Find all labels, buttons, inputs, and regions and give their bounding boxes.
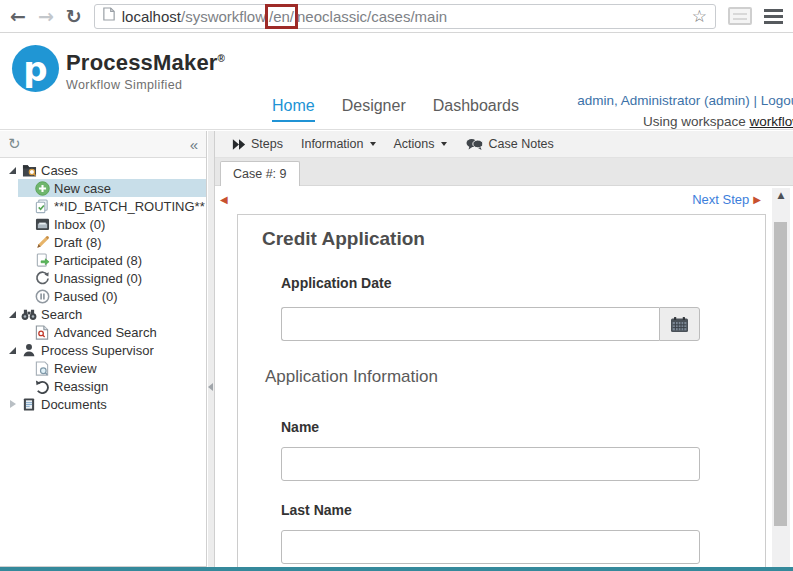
toolbar-button[interactable]: Case Notes bbox=[458, 134, 561, 154]
form-scrollbar[interactable]: ▲ bbox=[772, 188, 790, 567]
caret-down-icon bbox=[370, 142, 376, 146]
brand: ProcessMaker® Workflow Simplified bbox=[66, 50, 225, 92]
tree-item-label: Paused (0) bbox=[54, 289, 118, 304]
tree-item-label: New case bbox=[54, 181, 111, 196]
toolbar-button-label: Steps bbox=[251, 137, 283, 151]
date-picker-button[interactable] bbox=[659, 307, 700, 341]
supervisor-icon bbox=[20, 342, 38, 358]
browser-chrome: ← → ↻ localhost/sysworkflow/en/neoclassi… bbox=[0, 0, 793, 33]
tree-item[interactable]: Process Supervisor bbox=[0, 341, 206, 359]
tree-item-label: Cases bbox=[41, 163, 78, 178]
name-input[interactable] bbox=[281, 447, 700, 481]
sidebar-toolbar: ↻ « bbox=[0, 131, 206, 158]
tree-item[interactable]: **ID_BATCH_ROUTING** (0) bbox=[18, 197, 206, 215]
expander-icon[interactable] bbox=[7, 164, 20, 176]
nav-item-label: Dashboards bbox=[433, 97, 519, 114]
forward-icon[interactable]: → bbox=[38, 7, 54, 26]
address-bar[interactable]: localhost/sysworkflow/en/neoclassic/case… bbox=[94, 4, 716, 29]
toolbar-button[interactable]: Actions bbox=[387, 134, 454, 154]
expander-icon[interactable] bbox=[7, 308, 20, 320]
nav-row-1: Home Designer Dashboards bbox=[272, 97, 532, 122]
lastname-input[interactable] bbox=[281, 530, 700, 564]
tree-item[interactable]: Search bbox=[0, 305, 206, 323]
application-date-group bbox=[281, 307, 700, 341]
toolbar-button-label: Information bbox=[301, 137, 364, 151]
unassigned-icon bbox=[33, 270, 51, 286]
name-label: Name bbox=[281, 419, 319, 435]
tree-item[interactable]: Draft (8) bbox=[18, 233, 206, 251]
url-highlight-box: /en/ bbox=[265, 4, 298, 29]
tab-label: Case #: 9 bbox=[233, 167, 287, 181]
brand-name-text: ProcessMaker bbox=[66, 50, 218, 75]
logout-link[interactable]: Logout bbox=[761, 93, 793, 108]
toolbar-button[interactable]: Information bbox=[294, 134, 383, 154]
tree-item-label: Process Supervisor bbox=[41, 343, 154, 358]
brand-name: ProcessMaker® bbox=[66, 50, 225, 76]
nav-item[interactable]: Designer bbox=[342, 97, 406, 122]
steps-icon bbox=[232, 139, 246, 150]
brand-tagline: Workflow Simplified bbox=[66, 78, 225, 92]
tree-item-label: Documents bbox=[41, 397, 107, 412]
cases-tree: Cases New case **ID_BATCH_ROUTING** (0) … bbox=[0, 158, 206, 413]
refresh-icon[interactable]: ↻ bbox=[8, 135, 21, 153]
user-line: admin, Administrator (admin) | Logout bbox=[562, 90, 793, 111]
next-step-arrow-icon: ▶ bbox=[753, 194, 761, 205]
expander-icon[interactable] bbox=[7, 398, 20, 410]
toolbar-button-label: Actions bbox=[394, 137, 435, 151]
expander-icon[interactable] bbox=[7, 344, 20, 356]
toolbar-button[interactable]: Steps bbox=[225, 134, 290, 154]
tree-item[interactable]: New case bbox=[18, 179, 206, 197]
nav-item[interactable]: Home bbox=[272, 97, 315, 122]
next-step-label: Next Step bbox=[692, 192, 749, 207]
nav-item-label: Designer bbox=[342, 97, 406, 114]
url-path-pre: /sysworkflow bbox=[181, 8, 266, 25]
notes-icon bbox=[465, 138, 484, 151]
case-panel: ◀ Next Step ▶ Credit Application Applica… bbox=[215, 186, 793, 567]
tree-item[interactable]: Cases bbox=[0, 161, 206, 179]
draft-icon bbox=[33, 234, 51, 250]
next-step-link[interactable]: Next Step ▶ bbox=[692, 192, 761, 207]
collapse-sidebar-icon[interactable]: « bbox=[190, 136, 198, 153]
tree-item-label: Advanced Search bbox=[54, 325, 157, 340]
tab-case[interactable]: Case #: 9 bbox=[220, 161, 300, 186]
extension-icon[interactable] bbox=[728, 7, 752, 25]
bookmark-star-icon[interactable]: ☆ bbox=[692, 8, 707, 25]
tree-item[interactable]: Reassign bbox=[18, 377, 206, 395]
nav-item[interactable]: Dashboards bbox=[433, 97, 519, 122]
lastname-label: Last Name bbox=[281, 502, 352, 518]
back-icon[interactable]: ← bbox=[10, 7, 26, 26]
reload-icon[interactable]: ↻ bbox=[66, 7, 82, 26]
scroll-up-icon[interactable]: ▲ bbox=[772, 190, 790, 200]
workspace-prefix: Using workspace bbox=[643, 114, 750, 129]
tab-strip: Case #: 9 bbox=[215, 158, 793, 186]
tree-item[interactable]: Documents bbox=[0, 395, 206, 413]
tree-item[interactable]: Advanced Search bbox=[18, 323, 206, 341]
caret-down-icon bbox=[441, 142, 447, 146]
scrollbar-thumb[interactable] bbox=[774, 222, 787, 526]
url-host: localhost bbox=[122, 8, 181, 25]
workspace-line: Using workspace workflow bbox=[562, 111, 793, 132]
application-information-section-title: Application Information bbox=[265, 367, 438, 387]
case-toolbar: Steps Information Actions Case Notes bbox=[215, 131, 793, 158]
tree-item[interactable]: Review bbox=[18, 359, 206, 377]
batch-icon bbox=[33, 198, 51, 214]
tree-item[interactable]: Paused (0) bbox=[18, 287, 206, 305]
url-text: localhost/sysworkflow/en/neoclassic/case… bbox=[122, 4, 447, 29]
brand-reg-mark: ® bbox=[218, 53, 226, 64]
main-content: Steps Information Actions Case Notes bbox=[214, 131, 793, 567]
tree-item[interactable]: Participated (8) bbox=[18, 251, 206, 269]
user-account-link[interactable]: admin, Administrator (admin) bbox=[577, 93, 750, 108]
app-header: p ProcessMaker® Workflow Simplified Home… bbox=[0, 34, 793, 130]
paused-icon bbox=[33, 288, 51, 304]
form-card: Credit Application Application Date Appl… bbox=[237, 214, 766, 567]
tree-item[interactable]: Inbox (0) bbox=[18, 215, 206, 233]
page-icon bbox=[103, 7, 115, 25]
application-date-input[interactable] bbox=[281, 307, 659, 341]
previous-step-icon[interactable]: ◀ bbox=[220, 194, 228, 205]
menu-icon[interactable] bbox=[764, 7, 783, 26]
tree-item[interactable]: Unassigned (0) bbox=[18, 269, 206, 287]
review-icon bbox=[33, 360, 51, 376]
participated-icon bbox=[33, 252, 51, 268]
workspace-link[interactable]: workflow bbox=[749, 114, 793, 129]
inbox-icon bbox=[33, 216, 51, 232]
